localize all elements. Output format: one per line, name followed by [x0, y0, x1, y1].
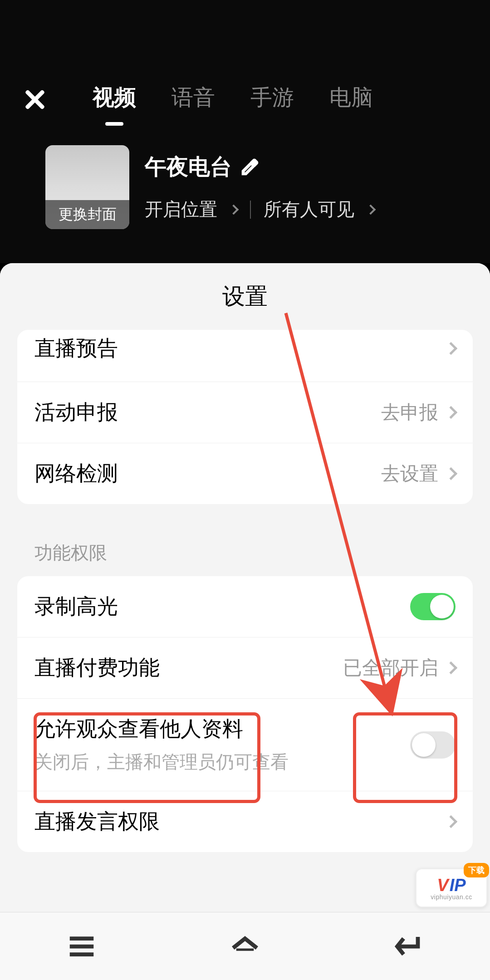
settings-card-1: 直播预告 活动申报 去申报 网络检测 去设置	[17, 330, 473, 504]
row-text-block: 允许观众查看他人资料 关闭后，主播和管理员仍可查看	[34, 715, 289, 774]
stream-meta-line: 开启位置 所有人可见	[145, 197, 374, 222]
top-row: 视频 语音 手游 电脑	[0, 77, 490, 118]
vip-url: viphuiyuan.cc	[431, 893, 472, 901]
system-nav-bar	[0, 912, 490, 980]
row-record-highlight: 录制高光	[17, 576, 473, 637]
row-label: 录制高光	[34, 593, 118, 621]
visibility-button[interactable]: 所有人可见	[264, 197, 354, 222]
close-icon[interactable]	[23, 85, 47, 110]
row-value: 去申报	[381, 400, 438, 425]
row-value: 去设置	[381, 461, 438, 486]
vip-download-tag: 下载	[464, 863, 489, 877]
row-speak-permission[interactable]: 直播发言权限	[17, 791, 473, 852]
row-label: 网络检测	[34, 460, 118, 488]
chevron-right-icon	[229, 204, 239, 215]
divider	[250, 201, 251, 219]
stream-title: 午夜电台	[145, 152, 232, 181]
change-cover-label: 更换封面	[45, 200, 129, 229]
tab-voice[interactable]: 语音	[172, 83, 215, 112]
row-label: 活动申报	[34, 398, 118, 426]
toggle-allow-view-profile[interactable]	[410, 731, 456, 759]
tab-mobile-game[interactable]: 手游	[250, 83, 294, 112]
row-sublabel: 关闭后，主播和管理员仍可查看	[34, 750, 289, 774]
vip-watermark: 下载 V IP viphuiyuan.cc	[416, 868, 487, 907]
row-allow-view-profile: 允许观众查看他人资料 关闭后，主播和管理员仍可查看	[17, 698, 473, 791]
edit-icon	[241, 158, 259, 176]
recent-apps-icon[interactable]	[66, 931, 98, 962]
row-label: 直播发言权限	[34, 808, 160, 836]
row-label: 直播付费功能	[34, 654, 160, 682]
stream-title-line[interactable]: 午夜电台	[145, 152, 374, 181]
chevron-right-icon	[445, 467, 457, 480]
home-icon[interactable]	[229, 931, 261, 962]
settings-card-2: 录制高光 直播付费功能 已全部开启 允许观众查看他人资料 关闭后，主播和管理员仍…	[17, 576, 473, 852]
chevron-right-icon	[445, 342, 457, 355]
row-activity-report[interactable]: 活动申报 去申报	[17, 382, 473, 443]
row-label: 直播预告	[34, 334, 118, 363]
row-paid-features[interactable]: 直播付费功能 已全部开启	[17, 637, 473, 698]
row-network-check[interactable]: 网络检测 去设置	[17, 443, 473, 504]
top-dark-area: 视频 语音 手游 电脑 更换封面 午夜电台 开启位置 所有人可见	[0, 0, 490, 263]
stream-info-text: 午夜电台 开启位置 所有人可见	[145, 152, 374, 222]
vip-logo: V IP	[437, 876, 466, 895]
cover-thumbnail[interactable]: 更换封面	[45, 145, 129, 229]
location-button[interactable]: 开启位置	[145, 197, 217, 222]
stream-info-row: 更换封面 午夜电台 开启位置 所有人可见	[0, 118, 490, 229]
toggle-record-highlight[interactable]	[410, 593, 456, 620]
settings-title: 设置	[0, 263, 490, 330]
row-stream-preview[interactable]: 直播预告	[17, 330, 473, 382]
row-label: 允许观众查看他人资料	[34, 717, 243, 740]
tab-video[interactable]: 视频	[93, 83, 136, 112]
chevron-right-icon	[445, 815, 457, 828]
chevron-right-icon	[445, 406, 457, 419]
row-value: 已全部开启	[343, 655, 438, 681]
back-icon[interactable]	[392, 931, 424, 962]
tab-pc[interactable]: 电脑	[329, 83, 373, 112]
chevron-right-icon	[445, 662, 457, 674]
section-label-permissions: 功能权限	[0, 522, 490, 576]
stream-type-tabs: 视频 语音 手游 电脑	[93, 83, 373, 112]
chevron-right-icon	[366, 204, 376, 215]
